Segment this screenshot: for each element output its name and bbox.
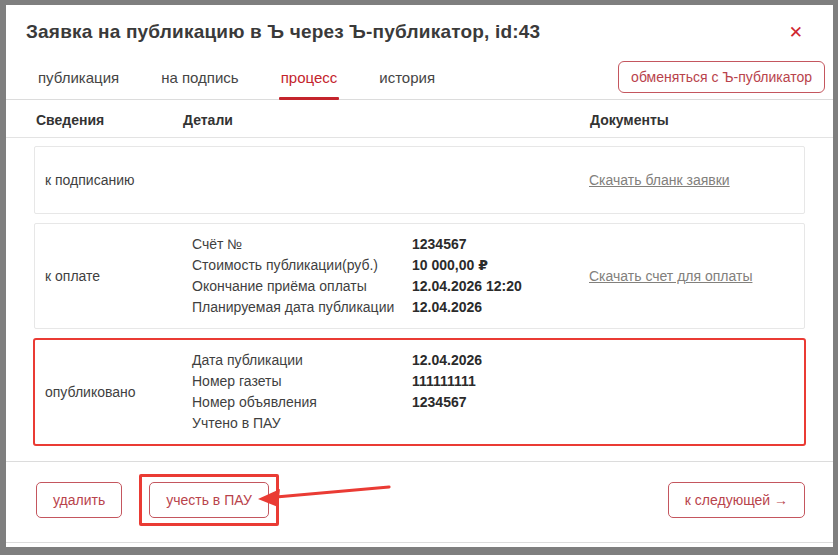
detail-value: 12.04.2026 12:20 — [412, 276, 522, 297]
dialog-footer: Инструкция Закрыть — [6, 543, 833, 555]
exchange-button[interactable]: обменяться с Ъ-публикатор — [618, 61, 825, 93]
next-button[interactable]: к следующей → — [668, 482, 805, 518]
column-header-details: Детали — [183, 112, 590, 128]
close-icon[interactable]: ✕ — [785, 21, 807, 45]
tab-signing[interactable]: на подпись — [159, 65, 241, 99]
column-header-details-info: Сведения — [36, 112, 183, 128]
detail-label: Стоимость публикации(руб.) — [192, 255, 412, 276]
detail-line: Номер объявления 1234567 — [192, 392, 589, 413]
detail-value: 1234567 — [412, 234, 467, 255]
row-status: к подписанию — [45, 172, 192, 188]
download-invoice-link[interactable]: Скачать счет для оплаты — [589, 268, 752, 284]
detail-value: 12.04.2026 — [412, 297, 482, 318]
detail-label: Номер объявления — [192, 392, 412, 413]
detail-label: Планируемая дата публикации — [192, 297, 412, 318]
download-blank-link[interactable]: Скачать бланк заявки — [589, 172, 730, 188]
tabs: публикация на подпись процесс история — [6, 59, 437, 99]
row-status: опубликовано — [45, 384, 192, 400]
tab-history[interactable]: история — [377, 65, 437, 99]
detail-label: Окончание приёма оплаты — [192, 276, 412, 297]
detail-line: Окончание приёма оплаты 12.04.2026 12:20 — [192, 276, 589, 297]
delete-button[interactable]: удалить — [36, 482, 122, 518]
detail-line: Дата публикации 12.04.2026 — [192, 350, 589, 371]
detail-line: Счёт № 1234567 — [192, 234, 589, 255]
detail-value: 12.04.2026 — [412, 350, 482, 371]
detail-value: 1234567 — [412, 392, 467, 413]
publication-dialog: Заявка на публикацию в Ъ через Ъ-публика… — [0, 0, 838, 555]
tab-publication[interactable]: публикация — [36, 65, 121, 99]
detail-label: Учтено в ПАУ — [192, 413, 412, 434]
detail-label: Номер газеты — [192, 371, 412, 392]
pau-highlight-annotation-box: учесть в ПАУ — [139, 474, 279, 526]
table-row-payment: к оплате Счёт № 1234567 Стоимость публик… — [34, 223, 805, 329]
table-header-row: Сведения Детали Документы — [6, 100, 833, 138]
detail-line: Стоимость публикации(руб.) 10 000,00 ₽ — [192, 255, 589, 276]
tabs-bar: публикация на подпись процесс история об… — [6, 59, 833, 100]
dialog-title: Заявка на публикацию в Ъ через Ъ-публика… — [26, 21, 540, 43]
column-header-documents: Документы — [590, 112, 805, 128]
row-status: к оплате — [45, 268, 192, 284]
pau-button[interactable]: учесть в ПАУ — [149, 482, 269, 518]
table-row-signing: к подписанию Скачать бланк заявки — [34, 146, 805, 214]
detail-label: Счёт № — [192, 234, 412, 255]
tab-process[interactable]: процесс — [279, 65, 340, 99]
detail-value: 111111111 — [412, 371, 476, 392]
detail-line: Планируемая дата публикации 12.04.2026 — [192, 297, 589, 318]
actions-bar: удалить учесть в ПАУ к следующей → — [6, 462, 833, 542]
table-row-published highlight-annotation-box: опубликовано Дата публикации 12.04.2026 … — [33, 338, 806, 446]
detail-value: 10 000,00 ₽ — [412, 255, 488, 276]
detail-line: Учтено в ПАУ — [192, 413, 589, 434]
row-details: Дата публикации 12.04.2026 Номер газеты … — [192, 350, 589, 434]
row-details: Счёт № 1234567 Стоимость публикации(руб.… — [192, 234, 589, 318]
detail-line: Номер газеты 111111111 — [192, 371, 589, 392]
process-rows: к подписанию Скачать бланк заявки к опла… — [6, 138, 833, 461]
detail-label: Дата публикации — [192, 350, 412, 371]
dialog-header: Заявка на публикацию в Ъ через Ъ-публика… — [6, 5, 833, 45]
